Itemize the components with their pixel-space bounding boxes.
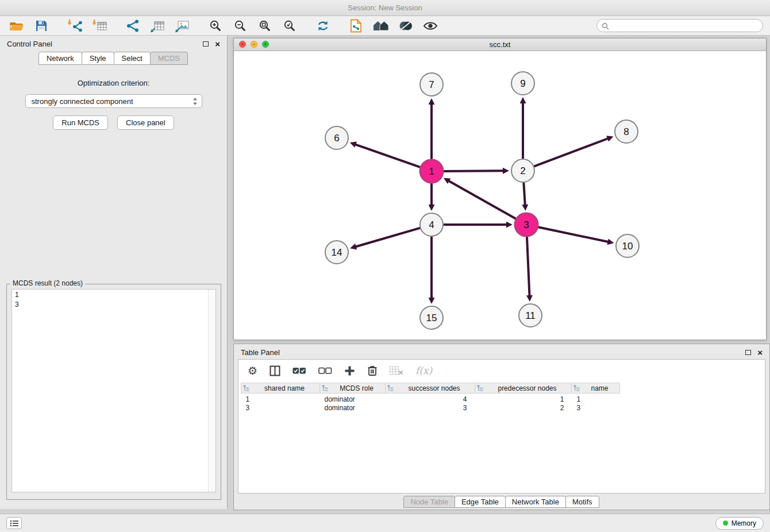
close-table-panel-icon[interactable]: × xyxy=(757,348,763,357)
table-row[interactable]: 3dominator323 xyxy=(241,403,620,413)
zoom-out-button[interactable] xyxy=(230,17,250,34)
apply-style-button[interactable] xyxy=(396,17,415,34)
close-window-icon[interactable]: × xyxy=(239,41,246,48)
redraw-graph-button[interactable] xyxy=(313,17,333,34)
export-image-button[interactable] xyxy=(172,17,192,34)
table-cell: 3 xyxy=(386,403,475,413)
delete-table-button[interactable] xyxy=(390,366,403,376)
titlebar: Session: New Session xyxy=(0,0,770,16)
graph-node-11[interactable]: 11 xyxy=(519,304,542,327)
network-canvas[interactable]: 7968124314101511 xyxy=(234,51,766,340)
graph-node-10[interactable]: 10 xyxy=(616,234,639,257)
column-header-name[interactable]: name xyxy=(572,383,620,394)
svg-text:15: 15 xyxy=(426,313,437,323)
mcds-result-text[interactable]: 13 xyxy=(11,289,216,492)
add-column-button[interactable] xyxy=(344,365,355,376)
table-panel: Table Panel × ⚙ xyxy=(233,344,770,510)
tab-network[interactable]: Network xyxy=(38,52,82,65)
application-window: Session: New Session xyxy=(0,0,770,532)
graph-node-2[interactable]: 2 xyxy=(511,159,534,182)
save-session-button[interactable] xyxy=(32,17,51,34)
graph-node-7[interactable]: 7 xyxy=(420,73,443,96)
selected-option-label: strongly connected component xyxy=(32,97,133,106)
graph-node-9[interactable]: 9 xyxy=(511,72,534,95)
delete-column-button[interactable] xyxy=(367,365,378,376)
trash-icon xyxy=(367,365,378,376)
zoom-window-icon[interactable]: + xyxy=(262,41,269,48)
edge-2-to-8[interactable] xyxy=(535,138,609,166)
window-title: Session: New Session xyxy=(348,3,422,12)
edge-3-to-11[interactable] xyxy=(527,237,530,296)
svg-text:1: 1 xyxy=(429,166,434,177)
memory-status-icon xyxy=(723,521,728,526)
float-table-panel-icon[interactable] xyxy=(745,350,751,355)
import-network-file-button[interactable] xyxy=(65,17,84,34)
table-arrow-icon xyxy=(150,19,165,33)
graph-node-1[interactable]: 1 xyxy=(420,160,443,183)
graph-node-14[interactable]: 14 xyxy=(325,241,348,264)
column-type-icon xyxy=(322,385,328,393)
tab-style[interactable]: Style xyxy=(82,52,114,65)
table-toolbar: ⚙ xyxy=(238,360,765,381)
close-panel-button[interactable]: Close panel xyxy=(117,115,174,130)
function-builder-button[interactable]: f(x) xyxy=(415,365,432,376)
import-table-file-button[interactable] xyxy=(90,17,109,34)
tab-node-table[interactable]: Node Table xyxy=(403,496,455,508)
control-panel-header: Control Panel × xyxy=(0,36,227,52)
edge-3-to-10[interactable] xyxy=(539,228,609,242)
edge-4-to-14[interactable] xyxy=(356,228,419,246)
column-visibility-button[interactable] xyxy=(270,365,280,376)
graph-node-4[interactable]: 4 xyxy=(420,213,443,236)
edge-3-to-1[interactable] xyxy=(449,181,515,219)
edge-1-to-2[interactable] xyxy=(444,171,503,171)
run-mcds-button[interactable]: Run MCDS xyxy=(53,115,108,130)
deselect-all-rows-button[interactable] xyxy=(318,367,332,375)
task-history-button[interactable] xyxy=(6,517,22,529)
save-floppy-icon xyxy=(35,20,48,32)
table-settings-button[interactable]: ⚙ xyxy=(248,364,257,377)
close-panel-icon[interactable]: × xyxy=(215,40,220,48)
table-row[interactable]: 1dominator411 xyxy=(241,394,620,404)
column-header-predecessor-nodes[interactable]: predecessor nodes xyxy=(475,383,572,394)
zoom-in-button[interactable] xyxy=(206,17,225,34)
graph-node-8[interactable]: 8 xyxy=(615,120,638,143)
column-header-successor-nodes[interactable]: successor nodes xyxy=(386,383,475,394)
tab-motifs[interactable]: Motifs xyxy=(565,496,599,508)
column-header-shared-name[interactable]: shared name xyxy=(241,383,320,394)
graph-node-15[interactable]: 15 xyxy=(420,306,443,329)
zoom-selected-button[interactable] xyxy=(280,17,299,34)
show-graphics-details-button[interactable] xyxy=(421,17,440,34)
network-from-file-button[interactable] xyxy=(346,17,366,34)
optimization-criterion-select[interactable]: strongly connected component xyxy=(25,94,202,108)
network-from-table-button[interactable] xyxy=(148,17,167,34)
zoom-fit-button[interactable] xyxy=(255,17,275,34)
edge-1-to-6[interactable] xyxy=(355,144,419,167)
table-panel-title: Table Panel xyxy=(241,348,280,357)
table-cell: dominator xyxy=(320,394,386,404)
tab-edge-table[interactable]: Edge Table xyxy=(455,496,506,508)
minimize-window-icon[interactable]: − xyxy=(251,41,257,48)
search-input[interactable] xyxy=(596,19,763,32)
search-icon xyxy=(602,22,609,32)
column-header-mcds-role[interactable]: MCDS role xyxy=(320,383,386,394)
status-bar: Memory xyxy=(0,514,770,532)
memory-button[interactable]: Memory xyxy=(715,517,764,530)
svg-text:4: 4 xyxy=(429,219,434,230)
table-cell: 2 xyxy=(475,403,572,413)
network-window-titlebar[interactable]: × − + scc.txt xyxy=(234,38,766,51)
double-home-button[interactable] xyxy=(371,17,391,34)
open-session-button[interactable] xyxy=(7,17,26,34)
new-network-button[interactable] xyxy=(123,17,143,34)
tab-select[interactable]: Select xyxy=(114,52,151,65)
edge-2-to-3[interactable] xyxy=(523,183,525,205)
select-all-rows-button[interactable] xyxy=(292,367,306,375)
float-panel-icon[interactable] xyxy=(203,41,209,47)
import-table-icon xyxy=(92,19,107,33)
graph-node-6[interactable]: 6 xyxy=(325,126,348,149)
tab-network-table[interactable]: Network Table xyxy=(505,496,566,508)
mcds-result-line: 1 xyxy=(15,290,213,300)
graph-node-3[interactable]: 3 xyxy=(515,213,538,236)
mcds-result-title: MCDS result (2 nodes) xyxy=(10,279,85,287)
zoom-selected-icon xyxy=(283,19,297,33)
tab-mcds[interactable]: MCDS xyxy=(150,52,188,65)
